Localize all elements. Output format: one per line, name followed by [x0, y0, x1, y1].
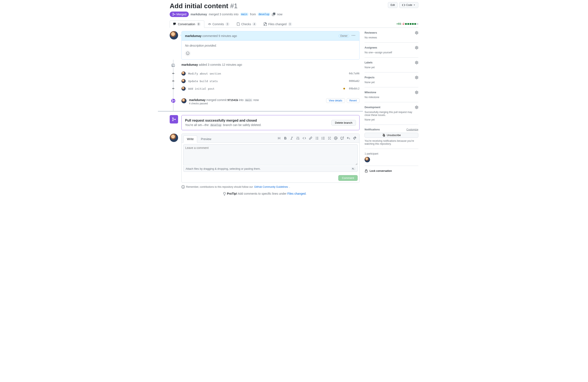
tab-write[interactable]: Write: [183, 135, 197, 143]
git-commit-icon: [172, 80, 174, 83]
view-details-button[interactable]: View details: [326, 98, 345, 103]
lightbulb-icon: [223, 192, 226, 195]
lock-conversation[interactable]: Lock conversation: [365, 166, 418, 176]
bell-slash-icon: [382, 134, 386, 137]
projects-header[interactable]: Projects: [365, 76, 375, 79]
assign-yourself[interactable]: assign yourself: [375, 51, 392, 54]
gear-icon[interactable]: [415, 61, 418, 64]
merge-icon: [171, 98, 176, 103]
list-unordered-icon[interactable]: [314, 136, 320, 141]
tab-files-changed[interactable]: Files changed3: [260, 20, 295, 28]
comment-author[interactable]: markdumay: [185, 34, 202, 38]
guidelines-link[interactable]: GitHub Community Guidelines: [254, 185, 288, 188]
commit-message[interactable]: Update build stats: [188, 80, 346, 83]
commit-sha[interactable]: 0dc7a96: [349, 72, 359, 75]
info-icon: [181, 185, 185, 189]
revert-button[interactable]: Revert: [347, 98, 359, 103]
gear-icon[interactable]: [415, 91, 418, 94]
code-icon[interactable]: [301, 136, 307, 141]
tab-checks[interactable]: Checks4: [233, 20, 260, 28]
comment-button[interactable]: Comment: [338, 175, 358, 181]
comment-discussion-icon: [173, 22, 177, 26]
git-merge-icon: [172, 13, 176, 16]
file-diff-icon: [264, 22, 267, 26]
milestone-header[interactable]: Milestone: [365, 91, 376, 94]
bold-icon[interactable]: [282, 136, 288, 141]
heading-icon[interactable]: [276, 136, 282, 141]
base-branch[interactable]: main: [240, 13, 249, 16]
reviewers-header[interactable]: Reviewers: [365, 31, 377, 34]
delete-branch-button[interactable]: Delete branch: [331, 120, 356, 126]
add-reaction-button[interactable]: [185, 51, 190, 56]
git-commit-icon: [208, 22, 211, 26]
development-header[interactable]: Development: [365, 106, 380, 109]
avatar[interactable]: [170, 31, 178, 40]
page-title: Add initial content #1: [170, 2, 238, 10]
diffstat: +55 −2: [397, 22, 418, 25]
files-changed-link[interactable]: Files changed: [287, 192, 306, 195]
tasklist-icon[interactable]: [327, 136, 333, 141]
gear-icon[interactable]: [415, 31, 418, 34]
status-dot-icon[interactable]: [343, 88, 345, 89]
author-link[interactable]: markdumay: [190, 13, 207, 16]
repo-push-icon: [171, 63, 176, 68]
attach-files[interactable]: Attach files by dragging & dropping, sel…: [183, 166, 358, 172]
mention-icon[interactable]: [333, 136, 339, 141]
assignees-header[interactable]: Assignees: [365, 46, 377, 49]
link-icon[interactable]: [308, 136, 314, 141]
reply-icon[interactable]: [345, 136, 351, 141]
gear-icon[interactable]: [415, 46, 418, 49]
avatar[interactable]: [181, 71, 186, 76]
merged-badge: Merged: [170, 12, 189, 17]
divider: [158, 111, 363, 112]
notifications-header: Notifications: [365, 128, 380, 131]
diff-icon[interactable]: [352, 136, 358, 141]
tab-commits[interactable]: Commits3: [204, 20, 233, 28]
merged-panel: Pull request successfully merged and clo…: [181, 115, 359, 130]
copy-icon[interactable]: [272, 13, 275, 16]
comment-body: No description provided.: [185, 44, 356, 47]
tab-preview[interactable]: Preview: [197, 135, 215, 143]
git-merge-icon: [170, 115, 178, 124]
labels-header[interactable]: Labels: [365, 61, 373, 64]
git-commit-icon: [172, 72, 174, 75]
git-commit-icon: [172, 87, 174, 90]
gear-icon[interactable]: [415, 106, 418, 109]
comment-box: markdumay commented 9 minutes ago Owner …: [181, 31, 359, 60]
commit-message[interactable]: Modify about section: [188, 72, 346, 75]
commit-row: Add initial post09bddc2: [181, 85, 359, 92]
commit-message[interactable]: Add initial post: [188, 87, 341, 90]
gear-icon[interactable]: [415, 76, 418, 79]
code-button[interactable]: Code: [399, 2, 418, 8]
avatar[interactable]: [181, 98, 187, 103]
unsubscribe-button[interactable]: Unsubscribe: [365, 133, 418, 138]
code-icon: [402, 3, 405, 7]
list-ordered-icon[interactable]: [320, 136, 326, 141]
cross-reference-icon[interactable]: [339, 136, 345, 141]
italic-icon[interactable]: [289, 136, 295, 141]
tab-conversation[interactable]: Conversation0: [170, 20, 204, 28]
commit-sha[interactable]: 09bddc2: [349, 87, 359, 90]
kebab-icon[interactable]: [351, 33, 356, 39]
state-row: Merged markdumay merged 3 commits into m…: [170, 12, 418, 17]
quote-icon[interactable]: [295, 136, 301, 141]
markdown-icon[interactable]: M↓: [351, 168, 355, 170]
customize-link[interactable]: Customize: [406, 128, 418, 131]
avatar[interactable]: [181, 79, 186, 83]
commit-row: Modify about section0dc7a96: [181, 70, 359, 77]
edit-button[interactable]: Edit: [388, 2, 398, 8]
push-event: markdumay added 3 commits 12 minutes ago: [181, 63, 359, 66]
participant-avatar[interactable]: [365, 157, 370, 162]
comment-time[interactable]: 9 minutes ago: [219, 34, 237, 38]
head-branch[interactable]: develop: [258, 13, 271, 16]
avatar[interactable]: [181, 86, 186, 91]
comment-input[interactable]: [183, 144, 358, 165]
checklist-icon: [237, 22, 240, 26]
smiley-icon: [186, 52, 189, 55]
tabs: Conversation0 Commits3 Checks4 Files cha…: [170, 20, 418, 28]
lock-icon: [365, 169, 368, 173]
checks-passed[interactable]: 4 checks passed: [189, 102, 324, 105]
owner-badge: Owner: [338, 34, 349, 38]
commit-sha[interactable]: 0006a82: [349, 80, 359, 83]
avatar[interactable]: [170, 134, 178, 142]
